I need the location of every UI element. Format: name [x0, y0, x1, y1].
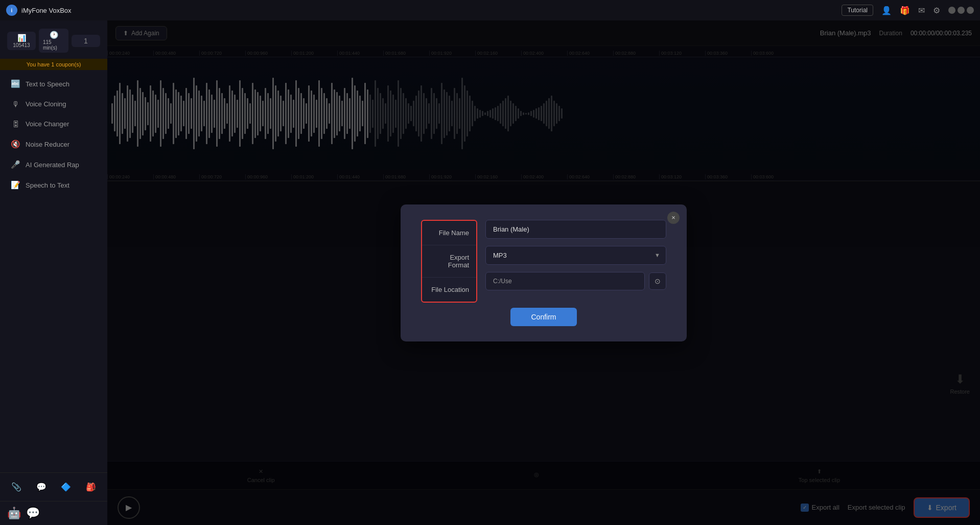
voice-cloning-label: Voice Cloning: [26, 100, 66, 108]
app-title: iMyFone VoxBox: [21, 7, 72, 14]
app-logo: i: [6, 5, 17, 16]
voice-changer-icon: 🎛: [10, 120, 20, 128]
export-format-label: Export Format: [422, 245, 476, 278]
ai-rap-label: AI Generated Rap: [26, 161, 79, 169]
sidebar-item-voice-cloning[interactable]: 🎙 Voice Cloning: [4, 95, 103, 113]
count-icon: 1: [84, 37, 88, 45]
sidebar-item-speech-to-text[interactable]: 📝 Speech to Text: [4, 175, 103, 195]
stat-characters: 📊 105413: [7, 32, 36, 50]
sidebar-nav: 🔤 Text to Speech 🎙 Voice Cloning 🎛 Voice…: [0, 74, 107, 472]
voice-changer-label: Voice Changer: [26, 120, 69, 128]
file-name-input[interactable]: [485, 220, 666, 239]
ai-rap-icon: 🎤: [10, 160, 20, 169]
title-bar: i iMyFone VoxBox Tutorial 👤 🎁 ✉ ⚙ ─ □ ✕: [0, 0, 980, 20]
stat-minutes: 🕐 115 min(s): [39, 29, 68, 53]
text-to-speech-icon: 🔤: [10, 79, 20, 88]
speech-to-text-icon: 📝: [10, 180, 20, 190]
settings-icon[interactable]: ⚙: [933, 6, 940, 15]
close-icon: ×: [671, 214, 675, 221]
bot-avatar: 🤖: [7, 507, 21, 520]
content-area: ⬆ Add Again Brian (Male).mp3 Duration 00…: [107, 20, 980, 525]
characters-value: 105413: [13, 42, 30, 48]
modal-confirm-row: Confirm: [421, 308, 666, 326]
stat-count: 1: [72, 35, 100, 47]
sidebar: 📊 105413 🕐 115 min(s) 1 You have 1 coupo…: [0, 20, 107, 525]
profile-icon[interactable]: 👤: [881, 6, 892, 15]
export-format-wrapper: MP3 WAV AAC OGG FLAC ▼: [485, 246, 666, 265]
modal-overlay[interactable]: × File Name Export Format File Location: [107, 20, 980, 525]
chat-icon[interactable]: 💬: [33, 479, 50, 495]
browse-location-button[interactable]: ⊙: [649, 272, 666, 290]
file-location-input[interactable]: [485, 272, 645, 290]
export-format-select[interactable]: MP3 WAV AAC OGG FLAC: [485, 246, 666, 265]
file-name-label: File Name: [422, 221, 476, 245]
noise-reducer-label: Noise Reducer: [26, 141, 69, 148]
file-location-wrapper: ⊙: [485, 272, 666, 290]
sidebar-item-text-to-speech[interactable]: 🔤 Text to Speech: [4, 74, 103, 94]
maximize-button[interactable]: □: [958, 7, 965, 14]
attachment-icon[interactable]: 📎: [8, 479, 25, 495]
minimize-button[interactable]: ─: [948, 7, 955, 14]
sidebar-item-ai-generated-rap[interactable]: 🎤 AI Generated Rap: [4, 155, 103, 174]
coupon-bar[interactable]: You have 1 coupon(s): [0, 59, 107, 70]
modal-labels-box: File Name Export Format File Location: [421, 220, 477, 303]
export-modal: × File Name Export Format File Location: [401, 204, 687, 341]
title-bar-controls: Tutorial 👤 🎁 ✉ ⚙ ─ □ ✕: [842, 5, 974, 16]
close-button[interactable]: ✕: [967, 7, 974, 14]
tutorial-button[interactable]: Tutorial: [842, 5, 873, 16]
modal-inputs: MP3 WAV AAC OGG FLAC ▼: [485, 220, 666, 290]
bag-icon[interactable]: 🎒: [83, 479, 99, 495]
window-controls: ─ □ ✕: [948, 7, 974, 14]
voice-cloning-icon: 🎙: [10, 100, 20, 108]
speech-to-text-label: Speech to Text: [26, 181, 69, 189]
gift-icon[interactable]: 🎁: [900, 6, 910, 15]
file-location-label: File Location: [422, 278, 476, 302]
sidebar-bottom: 📎 💬 🔷 🎒: [0, 472, 107, 501]
minutes-icon: 🕐: [50, 31, 58, 39]
mail-icon[interactable]: ✉: [918, 6, 925, 15]
main-layout: 📊 105413 🕐 115 min(s) 1 You have 1 coupo…: [0, 20, 980, 525]
minutes-value: 115 min(s): [43, 39, 64, 51]
sidebar-stats: 📊 105413 🕐 115 min(s) 1: [0, 26, 107, 56]
message-bubble-icon: 💬: [26, 507, 40, 520]
characters-icon: 📊: [17, 34, 26, 42]
sidebar-item-voice-changer[interactable]: 🎛 Voice Changer: [4, 115, 103, 133]
sidebar-item-noise-reducer[interactable]: 🔇 Noise Reducer: [4, 134, 103, 154]
bluetooth-icon[interactable]: 🔷: [58, 479, 74, 495]
noise-reducer-icon: 🔇: [10, 140, 20, 149]
text-to-speech-label: Text to Speech: [26, 80, 69, 88]
modal-close-button[interactable]: ×: [667, 212, 680, 224]
confirm-button[interactable]: Confirm: [510, 308, 576, 326]
browse-icon: ⊙: [655, 277, 661, 285]
